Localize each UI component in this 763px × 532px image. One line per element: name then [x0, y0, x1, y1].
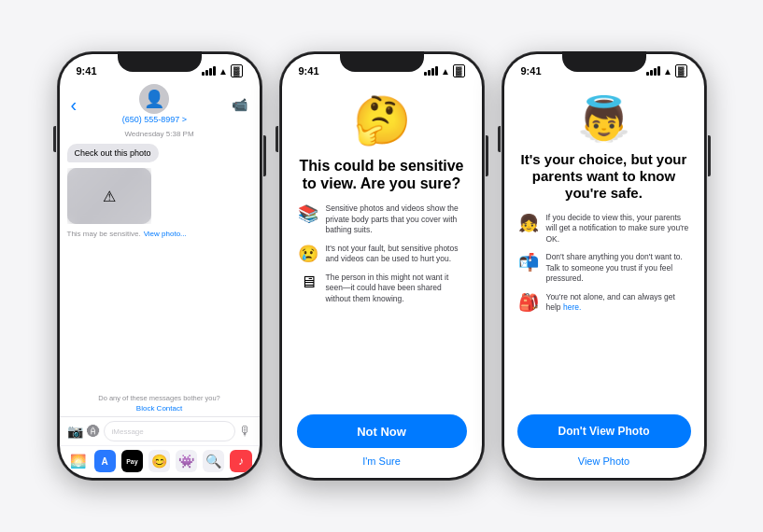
signal-icon — [202, 66, 216, 76]
parent-info-icon-0: 👧 — [517, 213, 540, 233]
imessage-placeholder: iMessage — [112, 427, 144, 436]
parents-title: It's your choice, but your parents want … — [517, 151, 691, 202]
avatar: 👤 — [139, 84, 169, 114]
status-icons-2: ▲ ▓ — [424, 64, 464, 78]
notch-1 — [118, 51, 202, 72]
appstore-drawer-icon[interactable]: A — [94, 450, 116, 472]
not-now-button[interactable]: Not Now — [297, 414, 467, 448]
status-icons-1: ▲ ▓ — [202, 64, 242, 78]
music-icon[interactable]: ♪ — [230, 450, 251, 472]
mic-icon[interactable]: 🎙 — [239, 424, 252, 439]
notch-3 — [562, 51, 646, 72]
phones-container: 9:41 ▲ ▓ ‹ 👤 — [38, 33, 726, 499]
wifi-icon-3: ▲ — [663, 66, 672, 77]
sensitive-title: This could be sensitive to view. Are you… — [297, 157, 467, 192]
parent-info-item-2: 🎒 You're not alone, and can always get h… — [517, 292, 691, 314]
contact-info: 👤 (650) 555-8997 > — [122, 84, 187, 124]
info-icon-2-2: 🖥 — [297, 273, 319, 292]
angel-emoji: 👼 — [577, 93, 630, 144]
info-item-2-1: 😢 It's not your fault, but sensitive pho… — [297, 244, 467, 265]
info-icon-2-0: 📚 — [297, 203, 319, 224]
camera-icon[interactable]: 📷 — [67, 424, 83, 439]
battery-icon-2: ▓ — [453, 64, 465, 78]
wifi-icon: ▲ — [219, 66, 228, 77]
phone-2-screen: 9:41 ▲ ▓ 🤔 This could be sensitive to vi… — [282, 54, 482, 478]
message-input-bar: 📷 🅐 iMessage 🎙 — [60, 416, 260, 445]
blurred-image: ⚠ — [67, 168, 151, 224]
facetime-icon[interactable]: 📹 — [232, 97, 247, 112]
view-photo-link[interactable]: View photo... — [144, 230, 187, 238]
info-items-2: 📚 Sensitive photos and videos show the p… — [297, 203, 467, 304]
info-item-2-2: 🖥 The person in this might not want it s… — [297, 273, 467, 304]
view-photo-button[interactable]: View Photo — [578, 455, 629, 467]
parent-info-icon-2: 🎒 — [517, 292, 540, 313]
notch-2 — [340, 51, 424, 72]
emoji-icon[interactable]: 😊 — [148, 450, 170, 472]
block-question: Do any of these messages bother you? — [67, 394, 252, 402]
parent-info-text-2: You're not alone, and can always get hel… — [546, 292, 691, 314]
block-contact-section: Do any of these messages bother you? Blo… — [67, 390, 252, 416]
status-icons-3: ▲ ▓ — [646, 64, 686, 78]
message-bubble: Check out this photo — [67, 144, 159, 162]
parent-info-item-0: 👧 If you decide to view this, your paren… — [517, 213, 691, 245]
info-text-2-1: It's not your fault, but sensitive photo… — [326, 244, 467, 265]
parent-info-items: 👧 If you decide to view this, your paren… — [517, 213, 691, 314]
messages-nav: ‹ 👤 (650) 555-8997 > 📹 — [60, 82, 260, 130]
app-drawer: 🌅 A Pay 😊 👾 🔍 ♪ — [60, 445, 260, 478]
parent-info-text-0: If you decide to view this, your parents… — [546, 213, 691, 245]
block-contact-button[interactable]: Block Contact — [67, 404, 252, 413]
messages-body: Wednesday 5:38 PM Check out this photo ⚠… — [60, 130, 260, 416]
sensitive-screen: 🤔 This could be sensitive to view. Are y… — [282, 82, 482, 478]
info-icon-2-1: 😢 — [297, 244, 319, 264]
memoji-icon[interactable]: 👾 — [176, 450, 197, 472]
warning-triangle: ⚠ — [103, 188, 116, 205]
parents-screen: 👼 It's your choice, but your parents wan… — [504, 82, 704, 478]
phone-3: 9:41 ▲ ▓ 👼 It's your choice, but your pa… — [502, 51, 707, 481]
battery-icon-3: ▓ — [675, 64, 687, 78]
signal-icon-2 — [424, 66, 438, 76]
info-text-2-0: Sensitive photos and videos show the pri… — [326, 203, 467, 235]
parent-info-text-1: Don't share anything you don't want to. … — [546, 252, 691, 284]
dont-view-button[interactable]: Don't View Photo — [517, 414, 691, 448]
message-input[interactable]: iMessage — [104, 421, 235, 441]
thinking-emoji: 🤔 — [353, 93, 411, 147]
info-text-2-2: The person in this might not want it see… — [326, 273, 467, 304]
battery-icon: ▓ — [231, 64, 243, 78]
time-2: 9:41 — [299, 65, 319, 77]
here-link[interactable]: here. — [563, 302, 581, 312]
parent-info-item-1: 📬 Don't share anything you don't want to… — [517, 252, 691, 284]
contact-number[interactable]: (650) 555-8997 > — [122, 115, 187, 124]
appstore-icon[interactable]: 🅐 — [87, 424, 100, 439]
im-sure-button[interactable]: I'm Sure — [362, 455, 401, 467]
date-label: Wednesday 5:38 PM — [67, 130, 252, 138]
dont-view-label: Don't View Photo — [558, 425, 650, 438]
time-1: 9:41 — [77, 65, 97, 77]
sensitive-text: This may be sensitive. — [67, 230, 141, 238]
time-3: 9:41 — [521, 65, 542, 77]
phone-1-screen: 9:41 ▲ ▓ ‹ 👤 — [60, 54, 260, 478]
applepay-icon[interactable]: Pay — [121, 450, 143, 472]
phone-3-screen: 9:41 ▲ ▓ 👼 It's your choice, but your pa… — [504, 54, 704, 478]
wifi-icon-2: ▲ — [441, 66, 450, 77]
back-button[interactable]: ‹ — [71, 95, 78, 114]
avatar-icon: 👤 — [144, 89, 164, 109]
phone-1: 9:41 ▲ ▓ ‹ 👤 — [57, 51, 262, 481]
photos-icon[interactable]: 🌅 — [67, 450, 89, 472]
parent-info-icon-1: 📬 — [517, 252, 540, 273]
info-item-2-0: 📚 Sensitive photos and videos show the p… — [297, 203, 467, 235]
phone-2: 9:41 ▲ ▓ 🤔 This could be sensitive to vi… — [279, 51, 485, 481]
search-drawer-icon[interactable]: 🔍 — [203, 450, 224, 472]
not-now-label: Not Now — [357, 425, 406, 439]
sensitive-warning: This may be sensitive. View photo... — [67, 230, 252, 238]
signal-icon-3 — [646, 66, 660, 76]
